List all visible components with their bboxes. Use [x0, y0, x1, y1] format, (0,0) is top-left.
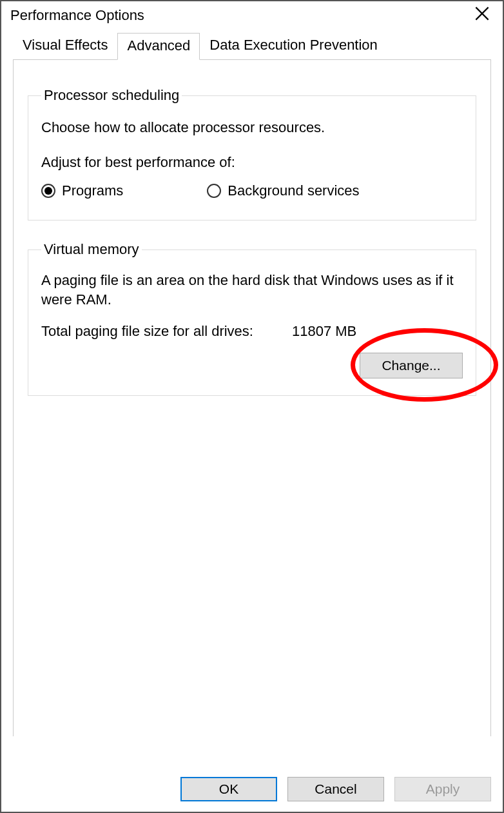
tab-strip: Visual Effects Advanced Data Execution P… [13, 32, 491, 59]
ok-button[interactable]: OK [180, 777, 277, 801]
tab-panel-advanced: Processor scheduling Choose how to alloc… [13, 59, 491, 736]
radio-programs-label: Programs [62, 182, 123, 199]
radio-unselected-icon [207, 184, 221, 198]
window-title: Performance Options [10, 7, 144, 24]
radio-background-label: Background services [228, 182, 359, 199]
processor-scheduling-description: Choose how to allocate processor resourc… [41, 119, 463, 136]
tab-dep[interactable]: Data Execution Prevention [200, 32, 387, 59]
processor-scheduling-legend: Processor scheduling [41, 87, 182, 104]
adjust-for-label: Adjust for best performance of: [41, 154, 463, 171]
close-button[interactable] [469, 5, 495, 26]
tab-visual-effects[interactable]: Visual Effects [13, 32, 117, 59]
radio-selected-icon [41, 184, 55, 198]
radio-background-services[interactable]: Background services [207, 182, 359, 199]
cancel-button[interactable]: Cancel [287, 777, 384, 801]
paging-file-size-value: 11807 MB [292, 323, 356, 340]
apply-button: Apply [394, 777, 491, 801]
processor-scheduling-group: Processor scheduling Choose how to alloc… [28, 87, 476, 220]
virtual-memory-description: A paging file is an area on the hard dis… [41, 271, 463, 309]
tab-advanced[interactable]: Advanced [117, 33, 200, 60]
tabs-container: Visual Effects Advanced Data Execution P… [13, 32, 491, 736]
paging-file-size-label: Total paging file size for all drives: [41, 323, 253, 340]
dialog-footer: OK Cancel Apply [1, 768, 503, 812]
titlebar: Performance Options [1, 1, 503, 32]
virtual-memory-button-row: Change... [41, 353, 463, 378]
close-icon [475, 6, 489, 24]
change-button[interactable]: Change... [360, 353, 463, 378]
processor-radio-row: Programs Background services [41, 182, 463, 199]
virtual-memory-legend: Virtual memory [41, 241, 142, 258]
paging-file-size-row: Total paging file size for all drives: 1… [41, 323, 463, 340]
virtual-memory-group: Virtual memory A paging file is an area … [28, 241, 476, 396]
performance-options-dialog: Performance Options Visual Effects Advan… [0, 0, 504, 813]
radio-programs[interactable]: Programs [41, 182, 123, 199]
